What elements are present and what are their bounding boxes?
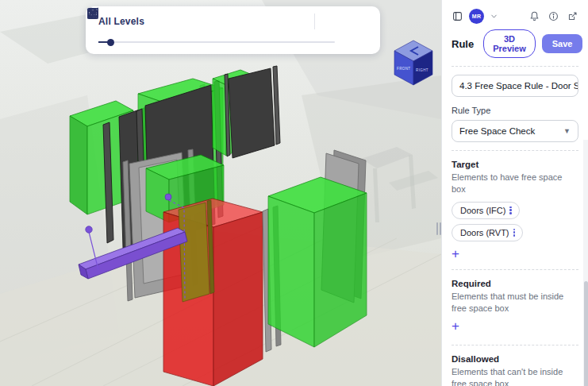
rule-name-input[interactable]: 4.3 Free Space Rule - Door Swin <box>452 75 578 97</box>
first-person-tool-button[interactable] <box>184 12 205 31</box>
account-menu-button[interactable] <box>490 12 498 21</box>
zoom-window-tool-button[interactable] <box>323 12 344 31</box>
add-required-button[interactable]: + <box>452 319 469 334</box>
panel-scrollbar-track[interactable] <box>583 140 588 386</box>
required-section-description: Elements that must be inside free space … <box>452 291 578 315</box>
level-selector[interactable]: All Levels <box>97 14 149 29</box>
panel-resize-handle[interactable] <box>436 222 441 235</box>
rule-settings-panel: MR <box>441 0 588 386</box>
target-chip-doors-ifc[interactable]: Doors (IFC) <box>452 202 520 219</box>
select-caret-icon: ▼ <box>563 127 571 135</box>
export-button[interactable] <box>567 10 578 22</box>
nav-cube-front-label: FRONT <box>397 67 411 71</box>
disallowed-section-title: Disallowed <box>452 354 578 364</box>
export-icon <box>567 10 578 22</box>
toolbar-separator <box>314 14 315 29</box>
bell-icon <box>528 10 540 22</box>
grid-tool-button[interactable] <box>286 12 306 31</box>
avatar[interactable]: MR <box>469 9 484 24</box>
notifications-button[interactable] <box>528 10 540 22</box>
level-selector-value: All Levels <box>98 16 144 27</box>
reset-view-icon <box>86 6 100 21</box>
door-panel-dark-top-right[interactable] <box>225 66 280 158</box>
target-section-title: Target <box>452 160 578 169</box>
section-plane-slider[interactable] <box>97 38 369 46</box>
kebab-menu-icon[interactable] <box>509 207 512 214</box>
save-button[interactable]: Save <box>542 34 583 53</box>
panel-scrollbar-thumb[interactable] <box>584 281 588 386</box>
divider <box>452 66 578 67</box>
panel-toggle-icon <box>452 10 463 22</box>
required-section-title: Required <box>452 279 578 288</box>
3d-viewport[interactable]: FRONT RIGHT All Levels <box>0 0 441 386</box>
free-space-box-pass-right[interactable] <box>268 177 367 347</box>
add-target-button[interactable]: + <box>452 247 469 261</box>
rule-type-label: Rule Type <box>452 106 578 115</box>
divider <box>452 345 578 345</box>
slider-handle[interactable] <box>107 39 114 46</box>
focus-selection-tool-button[interactable] <box>209 12 230 31</box>
viewport-toolbar: All Levels <box>86 6 380 54</box>
chevron-down-icon <box>490 12 498 21</box>
kebab-menu-icon[interactable] <box>513 229 516 237</box>
3d-preview-button[interactable]: 3D Preview <box>483 29 536 58</box>
disallowed-section-description: Elements that can't be inside free space… <box>452 366 578 386</box>
nav-cube-right-label: RIGHT <box>416 68 429 72</box>
rule-type-value: Free Space Check <box>459 126 535 136</box>
info-button[interactable] <box>548 10 559 22</box>
measure-tool-button[interactable] <box>260 12 281 31</box>
rule-type-select[interactable]: Free Space Check ▼ <box>452 120 578 142</box>
target-chip-doors-rvt[interactable]: Doors (RVT) <box>452 224 523 241</box>
info-icon <box>548 10 559 22</box>
reset-view-tool-button[interactable] <box>348 12 369 31</box>
divider <box>452 269 578 270</box>
target-section-description: Elements to have free space box <box>452 172 578 195</box>
rule-section-title: Rule <box>452 38 474 50</box>
divider <box>452 150 578 151</box>
app-window: FRONT RIGHT All Levels <box>0 0 588 386</box>
panel-toggle-button[interactable] <box>452 10 463 22</box>
map-tool-button[interactable] <box>159 12 179 31</box>
3d-cube-tool-button[interactable] <box>235 12 256 31</box>
3d-scene[interactable]: FRONT RIGHT <box>0 0 441 386</box>
